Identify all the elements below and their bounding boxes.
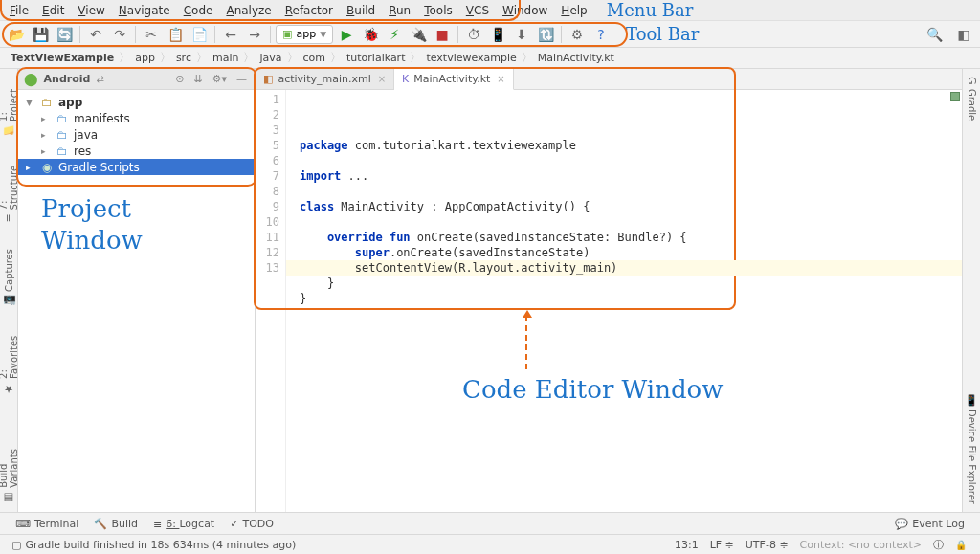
android-icon: ⬤ <box>24 72 38 86</box>
kotlin-file-icon: K <box>402 73 409 85</box>
menu-file[interactable]: File <box>4 2 34 19</box>
breadcrumb-item[interactable]: textviewexample <box>423 52 519 64</box>
forward-icon[interactable]: → <box>244 24 265 45</box>
menu-vcs[interactable]: VCS <box>460 2 495 19</box>
settings-icon[interactable]: ⚙ <box>567 24 588 45</box>
chat-icon: 💬 <box>895 518 908 530</box>
open-icon[interactable]: 📂 <box>6 24 27 45</box>
expand-arrow-icon: ▸ <box>26 163 35 172</box>
redo-icon[interactable]: ↷ <box>109 24 130 45</box>
toolbar-separator <box>270 26 271 43</box>
check-icon: ✓ <box>230 518 238 530</box>
sync-icon[interactable]: 🔃 <box>535 24 556 45</box>
menu-tools[interactable]: Tools <box>418 2 458 19</box>
copy-icon[interactable]: 📋 <box>165 24 186 45</box>
help-icon[interactable]: ? <box>590 24 612 45</box>
expand-arrow-icon: ▸ <box>41 146 51 156</box>
chevron-icon[interactable]: ⇄ <box>96 74 103 84</box>
project-view-selector[interactable]: Android <box>44 73 91 85</box>
editor-tab-mainactivity[interactable]: K MainActivity.kt × <box>394 69 514 90</box>
menu-edit[interactable]: Edit <box>36 2 70 19</box>
menu-code[interactable]: Code <box>178 2 219 19</box>
terminal-icon: ⌨ <box>15 518 31 530</box>
tree-label: Gradle Scripts <box>58 161 140 174</box>
run-icon[interactable]: ▶ <box>336 24 357 45</box>
android-icon: ▣ <box>282 28 292 40</box>
breadcrumb-item[interactable]: app <box>132 52 158 64</box>
menu-navigate[interactable]: Navigate <box>113 2 176 19</box>
menu-view[interactable]: View <box>72 2 110 19</box>
collapse-all-icon[interactable]: ⇊ <box>191 73 204 85</box>
menu-help[interactable]: Help <box>555 2 592 19</box>
tool-window-build[interactable]: 🔨Build <box>86 518 145 530</box>
sdk-icon[interactable]: ⬇ <box>511 24 532 45</box>
code-content[interactable]: package com.tutorialkart.textviewexample… <box>286 90 962 512</box>
paste-icon[interactable]: 📄 <box>189 24 210 45</box>
file-encoding[interactable]: UTF-8 ≑ <box>740 539 794 551</box>
tool-window-captures[interactable]: 📷Captures <box>1 241 17 316</box>
tree-item-app[interactable]: ▼ 🗀 app <box>18 94 255 110</box>
gear-icon[interactable]: ⚙▾ <box>211 73 229 85</box>
apply-changes-icon[interactable]: ⚡ <box>384 24 405 45</box>
breadcrumb-item[interactable]: src <box>173 52 194 64</box>
tree-label: res <box>74 144 91 158</box>
stop-icon[interactable]: ■ <box>432 24 453 45</box>
context-indicator[interactable]: Context: <no context> <box>794 539 927 551</box>
editor-tab-activity-main[interactable]: ◧ activity_main.xml × <box>256 69 394 89</box>
menu-run[interactable]: Run <box>383 2 416 19</box>
debug-icon[interactable]: 🐞 <box>360 24 381 45</box>
undo-icon[interactable]: ↶ <box>85 24 106 45</box>
breadcrumb-item[interactable]: TextViewExample <box>8 52 117 64</box>
breadcrumb-item[interactable]: MainActivity.kt <box>535 52 617 64</box>
sidebar-toggle-icon[interactable]: ◧ <box>953 24 974 45</box>
run-config-selector[interactable]: ▣ app ▼ <box>276 25 333 44</box>
refresh-icon[interactable]: 🔄 <box>54 24 75 45</box>
close-icon[interactable]: × <box>497 74 504 84</box>
tool-window-todo[interactable]: ✓TODO <box>222 518 281 530</box>
inspection-marker <box>950 92 960 101</box>
tree-item-manifests[interactable]: ▸ 🗀 manifests <box>18 110 255 126</box>
tool-window-event-log[interactable]: 💬Event Log <box>887 518 972 530</box>
hide-icon[interactable]: — <box>234 73 249 85</box>
cut-icon[interactable]: ✂ <box>141 24 162 45</box>
profiler-icon[interactable]: ⏱ <box>463 24 484 45</box>
breadcrumb-item[interactable]: com <box>301 52 329 64</box>
tool-window-device-file-explorer[interactable]: 📱Device File Explorer <box>964 386 980 512</box>
gradle-icon: G <box>966 77 978 85</box>
back-icon[interactable]: ← <box>220 24 241 45</box>
tree-item-java[interactable]: ▸ 🗀 java <box>18 126 255 143</box>
tree-item-gradle-scripts[interactable]: ▸ ◉ Gradle Scripts <box>18 159 255 175</box>
save-icon[interactable]: 💾 <box>30 24 51 45</box>
tab-label: MainActivity.kt <box>413 73 490 85</box>
caret-position[interactable]: 13:1 <box>669 539 704 551</box>
indicator-icon[interactable]: ⓘ <box>927 538 949 552</box>
code-editor[interactable]: 1235678910111213 package com.tutorialkar… <box>256 90 962 512</box>
line-separator[interactable]: LF ≑ <box>704 539 740 551</box>
status-tool-toggle-icon[interactable]: ▢ <box>8 539 25 551</box>
xml-file-icon: ◧ <box>263 73 273 85</box>
breadcrumb-item[interactable]: java <box>256 52 284 64</box>
attach-debugger-icon[interactable]: 🔌 <box>408 24 429 45</box>
menu-analyze[interactable]: Analyze <box>220 2 277 19</box>
scroll-from-source-icon[interactable]: ⊙ <box>173 73 186 85</box>
search-icon[interactable]: 🔍 <box>924 24 945 45</box>
tool-window-logcat[interactable]: ≣6: Logcat <box>145 518 222 530</box>
folder-icon: 🗀 <box>55 144 70 158</box>
avd-icon[interactable]: 📱 <box>487 24 508 45</box>
tool-window-gradle[interactable]: GGradle <box>964 69 980 128</box>
close-icon[interactable]: × <box>378 74 386 84</box>
menu-build[interactable]: Build <box>341 2 381 19</box>
menu-window[interactable]: Window <box>497 2 553 19</box>
line-number-gutter: 1235678910111213 <box>256 90 286 512</box>
expand-arrow-icon: ▸ <box>41 130 51 140</box>
device-icon: 📱 <box>966 393 978 406</box>
tree-item-res[interactable]: ▸ 🗀 res <box>18 143 255 159</box>
tool-window-terminal[interactable]: ⌨Terminal <box>8 518 86 530</box>
right-tool-gutter: GGradle 📱Device File Explorer <box>962 69 980 512</box>
project-panel-header: ⬤ Android ⇄ ⊙ ⇊ ⚙▾ — <box>18 69 255 90</box>
breadcrumb-item[interactable]: tutorialkart <box>344 52 408 64</box>
menu-refactor[interactable]: Refactor <box>279 2 339 19</box>
breadcrumb-item[interactable]: main <box>210 52 241 64</box>
lock-icon[interactable] <box>949 539 972 551</box>
toolbar-separator <box>135 26 136 43</box>
